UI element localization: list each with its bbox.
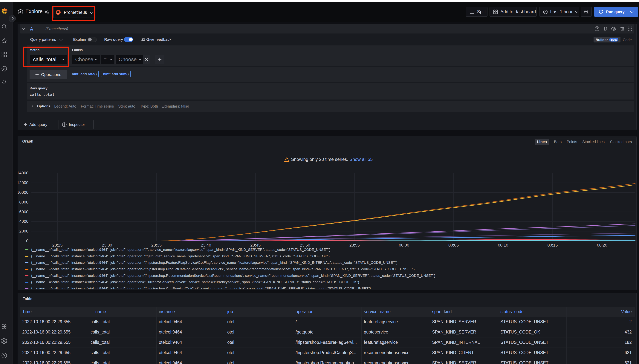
svg-text:12000: 12000: [18, 180, 28, 185]
svg-text:14000: 14000: [18, 170, 28, 175]
svg-text:6000: 6000: [19, 210, 28, 214]
svg-text:4000: 4000: [19, 219, 28, 224]
svg-text:8000: 8000: [19, 200, 28, 204]
svg-text:0: 0: [26, 238, 28, 243]
svg-text:10000: 10000: [18, 190, 28, 195]
svg-text:2000: 2000: [19, 229, 28, 234]
